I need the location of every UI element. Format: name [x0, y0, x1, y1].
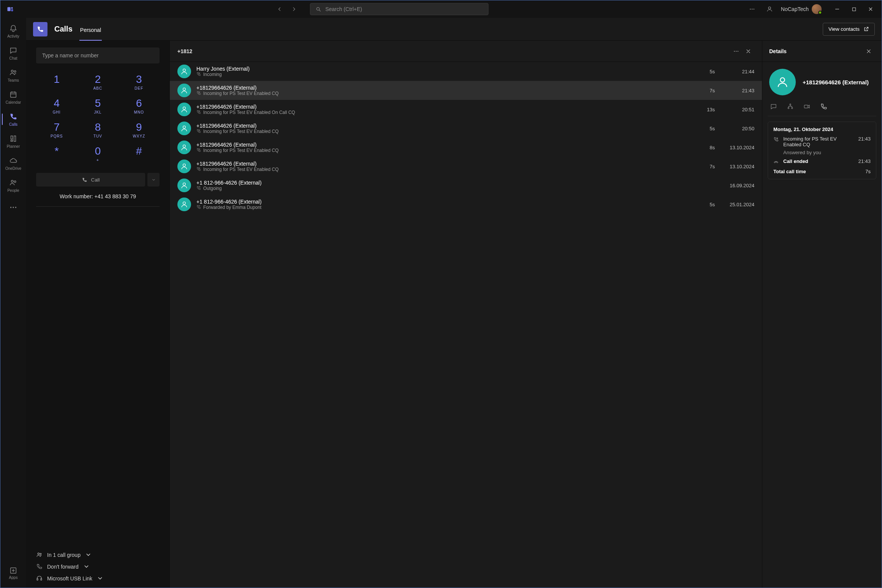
keypad-key-1[interactable]: 1 [36, 73, 77, 90]
details-close-button[interactable] [863, 45, 875, 57]
dial-input[interactable] [36, 47, 160, 63]
presence-available-icon [818, 11, 822, 14]
call-group-setting[interactable]: In 1 call group [36, 552, 160, 558]
call-history-item[interactable]: +18129664626 (External) Incoming for PS … [170, 100, 762, 119]
svg-rect-0 [8, 7, 11, 11]
titlebar: Search (Ctrl+E) NoCapTech [0, 0, 882, 18]
keypad-key-7[interactable]: 7PQRS [36, 121, 77, 138]
ellipsis-icon [749, 6, 755, 12]
keypad-letters: MNO [134, 110, 144, 114]
rail-item-planner[interactable]: Planner [2, 131, 25, 152]
nav-forward-button[interactable] [287, 3, 301, 15]
keypad-key-5[interactable]: 5JKL [77, 97, 118, 114]
call-avatar [177, 179, 191, 192]
calendar-icon [9, 90, 17, 100]
tab-personal[interactable]: Personal [79, 27, 102, 41]
window-close-button[interactable] [863, 3, 879, 15]
rail-item-teams[interactable]: Teams [2, 65, 25, 85]
call-ended-time: 21:43 [858, 158, 871, 164]
history-close-filter-button[interactable] [742, 45, 754, 57]
call-subtitle: Incoming for PS Test EV Enabled On Call … [196, 110, 691, 115]
rail-item-calls[interactable]: Calls [2, 109, 25, 130]
view-contacts-button[interactable]: View contacts [823, 23, 875, 36]
search-input[interactable]: Search (Ctrl+E) [310, 3, 488, 15]
svg-point-7 [768, 7, 771, 9]
calls-page-icon [33, 22, 47, 36]
keypad-key-8[interactable]: 8TUV [77, 121, 118, 138]
phone-icon [820, 103, 827, 110]
video-call-action-button[interactable] [803, 102, 811, 111]
svg-point-25 [183, 69, 186, 71]
call-history-item[interactable]: Harry Jones (External) Incoming 5s 21:44 [170, 62, 762, 81]
org-action-button[interactable] [786, 102, 794, 111]
keypad-letters: WXYZ [133, 134, 145, 138]
window-minimize-button[interactable] [829, 3, 845, 15]
call-button[interactable]: Call [36, 173, 145, 187]
details-panel: Details +18129664626 (External) [762, 41, 882, 588]
svg-point-13 [14, 180, 16, 182]
svg-point-19 [40, 553, 41, 555]
more-options-button[interactable] [746, 3, 758, 15]
keypad-key-9[interactable]: 9WXYZ [119, 121, 160, 138]
rail-item-chat[interactable]: Chat [2, 43, 25, 63]
rail-item-people[interactable]: People [2, 175, 25, 196]
rail-item-calendar[interactable]: Calendar [2, 87, 25, 107]
call-history-item[interactable]: +18129664626 (External) Incoming for PS … [170, 119, 762, 138]
close-icon [868, 7, 873, 11]
rail-item-activity[interactable]: Activity [2, 21, 25, 41]
ellipsis-icon [733, 48, 739, 54]
svg-point-28 [183, 126, 186, 128]
video-icon [803, 103, 811, 110]
audio-call-action-button[interactable] [819, 102, 828, 111]
keypad-key-#[interactable]: # [119, 145, 160, 162]
keypad-key-6[interactable]: 6MNO [119, 97, 160, 114]
keypad-letters: + [96, 158, 99, 162]
call-history-item[interactable]: +1 812-966-4626 (External) Outgoing 16.0… [170, 176, 762, 195]
app-rail: ActivityChatTeamsCalendarCallsPlannerOne… [0, 18, 26, 588]
keypad-digit: 8 [95, 121, 101, 133]
rail-item-label: Chat [9, 56, 17, 60]
window-maximize-button[interactable] [846, 3, 862, 15]
history-more-button[interactable] [730, 45, 742, 57]
keypad-digit: 4 [54, 97, 60, 109]
page-title: Calls [54, 25, 73, 33]
rail-item-label: Calls [9, 122, 17, 126]
call-history-item[interactable]: +1 812-966-4626 (External) Forwarded by … [170, 195, 762, 214]
keypad-key-2[interactable]: 2ABC [77, 73, 118, 90]
call-subtitle: Outgoing [196, 186, 691, 191]
rail-item-onedrive[interactable]: OneDrive [2, 153, 25, 174]
chat-icon [770, 103, 777, 110]
call-group-label: In 1 call group [47, 552, 81, 558]
nav-back-button[interactable] [273, 3, 286, 15]
keypad-digit: 5 [95, 97, 101, 109]
keypad-key-0[interactable]: 0+ [77, 145, 118, 162]
audio-device-setting[interactable]: Microsoft USB Link [36, 575, 160, 582]
page-header: Calls Personal View contacts [26, 18, 882, 41]
chat-action-button[interactable] [769, 102, 778, 111]
call-title: +18129664626 (External) [196, 161, 691, 167]
keypad-key-3[interactable]: 3DEF [119, 73, 160, 90]
ellipsis-icon [9, 203, 17, 212]
rail-item-apps[interactable]: Apps [2, 563, 25, 583]
call-title: +18129664626 (External) [196, 123, 691, 129]
rail-item-more[interactable] [2, 197, 25, 218]
person-icon [766, 6, 773, 13]
user-chip[interactable]: NoCapTech [781, 4, 822, 14]
call-history-panel: +1812 Harry Jones (External) Incoming 5s… [170, 41, 762, 588]
keypad-digit: 3 [136, 73, 142, 85]
svg-point-29 [183, 145, 186, 147]
dial-keypad: 12ABC3DEF4GHI5JKL6MNO7PQRS8TUV9WXYZ*0+# [36, 73, 160, 162]
call-forward-setting[interactable]: Don't forward [36, 563, 160, 570]
keypad-digit: 6 [136, 97, 142, 109]
call-history-item[interactable]: +18129664626 (External) Incoming for PS … [170, 81, 762, 100]
call-history-item[interactable]: +18129664626 (External) Incoming for PS … [170, 138, 762, 157]
keypad-key-4[interactable]: 4GHI [36, 97, 77, 114]
people-presence-button[interactable] [763, 3, 776, 15]
call-duration: 7s [696, 164, 715, 169]
call-dropdown-button[interactable] [147, 173, 160, 187]
audio-device-label: Microsoft USB Link [47, 575, 92, 582]
call-title: +18129664626 (External) [196, 104, 691, 110]
keypad-digit: 0 [95, 145, 101, 157]
keypad-key-*[interactable]: * [36, 145, 77, 162]
call-history-item[interactable]: +18129664626 (External) Incoming for PS … [170, 157, 762, 176]
